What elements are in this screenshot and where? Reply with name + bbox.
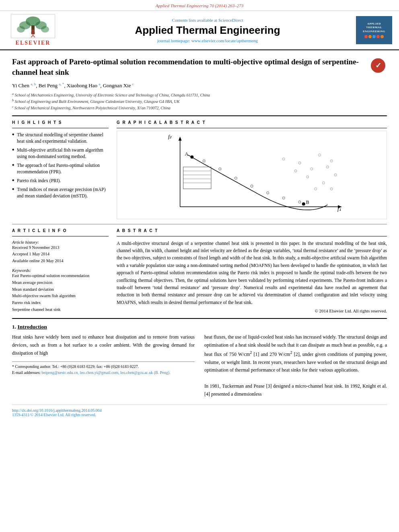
- highlight-item-4: Pareto risk index (PRI).: [12, 177, 109, 184]
- received-date: Received 9 November 2013: [12, 244, 109, 251]
- available-date: Available online 20 May 2014: [12, 258, 109, 265]
- journal-title: Applied Thermal Engineering: [61, 24, 354, 37]
- intro-col-left: Heat sinks have widely been used to enha…: [12, 333, 195, 398]
- authors-line: Yi Chen a, b, Bei Peng a, *, Xiaohong Ha…: [12, 82, 387, 89]
- affiliation-b: b School of Engineering and Built Enviro…: [12, 98, 387, 105]
- divider-between-sections: [12, 224, 387, 224]
- keyword-2: Mean average precision: [12, 279, 109, 286]
- paper-title-section: Fast approach of Pareto-optimal solution…: [12, 57, 387, 77]
- abstract-text: A multi-objective structural design of a…: [117, 240, 387, 306]
- intro-two-col: Heat sinks have widely been used to enha…: [12, 333, 387, 398]
- graphical-abstract-section: G R A P H I C A L A B S T R A C T f₂ f₁: [117, 120, 387, 219]
- svg-point-38: [306, 176, 309, 178]
- author-sup-1: a, b: [31, 82, 36, 86]
- circle-icon-3: [372, 35, 376, 38]
- keywords-list: Fast Pareto-optimal solution recommendat…: [12, 273, 109, 313]
- intro-right-text: heat fluxes, the use of liquid-cooled he…: [204, 333, 387, 374]
- svg-point-39: [322, 181, 325, 184]
- affiliation-a: a School of Mechatronics Engineering, Un…: [12, 92, 387, 98]
- crossmark-icon: ✓: [371, 58, 385, 73]
- journal-header: ELSEVIER Contents lists available at Sci…: [0, 11, 399, 50]
- svg-point-31: [282, 197, 285, 199]
- svg-point-35: [311, 168, 313, 170]
- article-info-heading: A R T I C L E I N F O: [12, 228, 109, 233]
- circle-icon-5: [380, 35, 384, 38]
- email-addresses[interactable]: beipeng@uestc.edu.cn, leo.chen.yi@gmail.…: [41, 370, 170, 375]
- section-heading-text: Introduction: [18, 324, 47, 330]
- highlights-section: H I G H L I G H T S The structural model…: [12, 120, 109, 219]
- abstract-heading: A B S T R A C T: [117, 228, 387, 233]
- intro-right-text-2: In 1981, Tuckerman and Pease [3] designe…: [204, 382, 387, 398]
- article-history: Article history: Received 9 November 201…: [12, 240, 109, 265]
- affiliations: a School of Mechatronics Engineering, Un…: [12, 92, 387, 111]
- abstract-col: A B S T R A C T A multi-objective struct…: [117, 228, 387, 314]
- author-sup-4: c: [132, 82, 134, 86]
- main-content: Fast approach of Pareto-optimal solution…: [0, 50, 399, 423]
- highlights-divider: [12, 128, 109, 128]
- journal-citation: Applied Thermal Engineering 70 (2014) 26…: [156, 3, 243, 8]
- highlight-item-2: Multi-objective artificial fish swarm al…: [12, 147, 109, 160]
- history-label: Article history:: [12, 240, 109, 244]
- paper-title: Fast approach of Pareto-optimal solution…: [12, 57, 364, 77]
- doi-bar: http://dx.doi.org/10.1016/j.applthermale…: [12, 405, 387, 417]
- elsevier-tree-svg: [13, 15, 53, 37]
- affiliation-c: c School of Mechanical Engineering, Nort…: [12, 105, 387, 111]
- footnote-star-text: * Corresponding author. Tel.: +86 (0)28 …: [12, 364, 195, 370]
- svg-point-5: [41, 26, 49, 33]
- svg-point-4: [17, 26, 25, 33]
- highlight-item-3: The approach of fast Pareto-optimal solu…: [12, 162, 109, 175]
- svg-text:A: A: [185, 151, 189, 157]
- journal-homepage[interactable]: journal homepage: www.elsevier.com/locat…: [61, 38, 354, 43]
- footnote-section: * Corresponding author. Tel.: +86 (0)28 …: [12, 362, 195, 376]
- svg-point-26: [203, 160, 205, 162]
- graphical-abstract-heading: G R A P H I C A L A B S T R A C T: [117, 120, 387, 125]
- keyword-5: Pareto risk index: [12, 300, 109, 306]
- svg-text:f₂: f₂: [168, 134, 172, 139]
- svg-point-30: [267, 191, 269, 194]
- svg-point-6: [32, 29, 34, 32]
- keyword-6: Serpentine channel heat sink: [12, 306, 109, 313]
- svg-point-22: [190, 155, 193, 158]
- divider-after-affiliations: [12, 115, 387, 116]
- science-direct-link[interactable]: ScienceDirect: [218, 18, 243, 23]
- keyword-3: Mean standard deviation: [12, 286, 109, 293]
- article-info-divider: [12, 236, 109, 236]
- doi-url[interactable]: http://dx.doi.org/10.1016/j.applthermale…: [12, 408, 387, 413]
- highlight-item-5: Trend indices of mean average precision …: [12, 186, 109, 199]
- journal-logo-right-text: APPLIEDTHERMALENGINEERING: [363, 22, 385, 33]
- svg-point-42: [330, 187, 333, 190]
- introduction-section: 1. Introduction Heat sinks have widely b…: [12, 324, 387, 398]
- elsevier-logo-box: [11, 14, 55, 38]
- crossmark-badge: ✓: [371, 58, 387, 74]
- author-sup-3: a: [99, 82, 100, 86]
- svg-point-37: [294, 170, 297, 172]
- svg-line-10: [33, 35, 35, 37]
- keywords-label: Keywords:: [12, 268, 109, 273]
- svg-marker-15: [179, 136, 182, 140]
- top-bar: Applied Thermal Engineering 70 (2014) 26…: [0, 0, 399, 11]
- svg-point-36: [318, 154, 321, 156]
- keyword-4: Multi-objective swarm fish algorithm: [12, 293, 109, 300]
- author-sup-2: a, *: [59, 82, 64, 86]
- svg-point-43: [315, 187, 317, 190]
- svg-point-40: [326, 166, 329, 168]
- elsevier-brand-text: ELSEVIER: [16, 40, 51, 46]
- intro-col-right: heat fluxes, the use of liquid-cooled he…: [204, 333, 387, 398]
- svg-point-34: [298, 162, 301, 164]
- highlights-heading: H I G H L I G H T S: [12, 120, 109, 125]
- science-direct-label: Contents lists available at ScienceDirec…: [61, 18, 354, 23]
- svg-point-44: [334, 174, 337, 176]
- intro-left-text: Heat sinks have widely been used to enha…: [12, 333, 195, 357]
- highlights-graphical-section: H I G H L I G H T S The structural model…: [12, 120, 387, 219]
- divider-before-intro: [12, 318, 387, 319]
- svg-line-9: [31, 35, 33, 37]
- elsevier-logo: ELSEVIER: [5, 14, 61, 46]
- footnote-email: E-mail addresses: beipeng@uestc.edu.cn, …: [12, 370, 195, 376]
- svg-point-33: [282, 158, 285, 160]
- elsevier-logo-section: ELSEVIER: [5, 14, 61, 46]
- svg-point-41: [330, 160, 333, 162]
- svg-point-27: [219, 168, 221, 170]
- section-title: 1. Introduction: [12, 324, 387, 330]
- journal-logo-circles: [364, 35, 384, 38]
- svg-point-29: [251, 185, 253, 187]
